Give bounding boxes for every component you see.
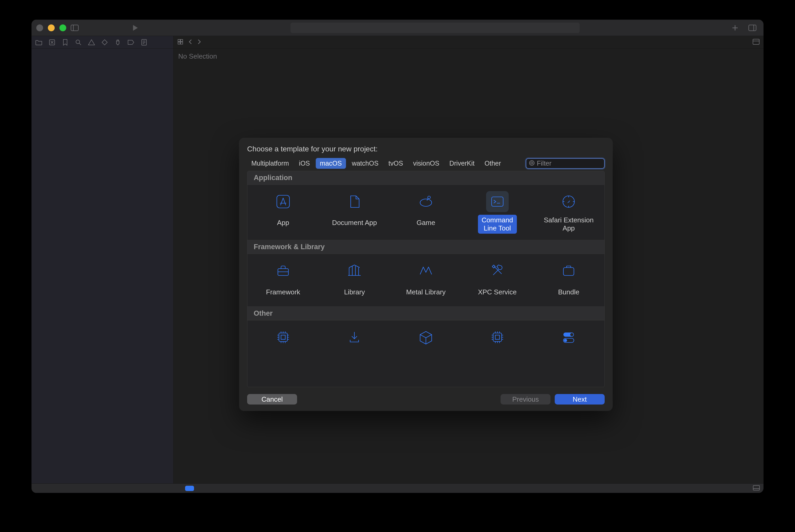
template-tile[interactable]	[319, 323, 391, 369]
section-application-header: Application	[247, 171, 604, 185]
template-list: Application AppDocument AppGameCommand L…	[247, 171, 605, 387]
xcode-window: No Selection Choose a template for your …	[32, 20, 763, 493]
filter-field[interactable]	[526, 158, 605, 169]
compass-icon	[557, 191, 580, 212]
platform-tab-other[interactable]: Other	[480, 158, 505, 169]
terminal-icon	[486, 191, 509, 212]
template-tile-label: Document App	[328, 215, 381, 231]
template-tile[interactable]: Bundle	[533, 256, 604, 303]
template-tile-label	[565, 350, 572, 367]
cube-icon	[415, 327, 437, 348]
previous-button: Previous	[500, 394, 550, 404]
template-tile[interactable]: App	[247, 187, 319, 236]
template-tile-label: App	[273, 215, 293, 231]
template-tile[interactable]	[533, 323, 604, 369]
game-icon	[415, 191, 437, 212]
template-tile-label: Metal Library	[402, 284, 449, 300]
svg-point-25	[529, 160, 534, 165]
template-tile[interactable]	[390, 323, 462, 369]
next-button[interactable]: Next	[555, 394, 605, 404]
template-tile-label	[351, 350, 358, 367]
svg-point-26	[531, 162, 533, 164]
template-tile[interactable]: Framework	[247, 256, 319, 303]
template-tile-label	[494, 350, 501, 367]
template-tile-label: Bundle	[554, 284, 583, 300]
section-other-header: Other	[247, 306, 604, 320]
template-tile[interactable]: Document App	[319, 187, 391, 236]
template-tile-label: Framework	[262, 284, 304, 300]
template-tile-label: Game	[413, 215, 439, 231]
template-tile[interactable]: Metal Library	[390, 256, 462, 303]
template-tile[interactable]: Command Line Tool	[462, 187, 533, 236]
cancel-button[interactable]: Cancel	[247, 394, 297, 404]
dialog-title: Choose a template for your new project:	[247, 145, 605, 153]
template-tile-label: Command Line Tool	[478, 215, 517, 234]
template-tile-label	[422, 350, 430, 367]
filter-icon	[529, 160, 535, 167]
template-tile-label: XPC Service	[474, 284, 520, 300]
template-tile[interactable]: XPC Service	[462, 256, 533, 303]
chip-icon	[272, 327, 295, 348]
platform-tab-ios[interactable]: iOS	[295, 158, 314, 169]
download-icon	[343, 327, 366, 348]
new-project-dialog: Choose a template for your new project: …	[239, 138, 612, 411]
template-tile-label: Safari Extension App	[540, 215, 597, 234]
tools-icon	[486, 260, 509, 281]
chip-icon	[486, 327, 509, 348]
metal-icon	[415, 260, 437, 281]
template-tile[interactable]: Game	[390, 187, 462, 236]
columns-icon	[343, 260, 366, 281]
template-tile[interactable]: Safari Extension App	[533, 187, 604, 236]
template-tile[interactable]: Library	[319, 256, 391, 303]
platform-tab-tvos[interactable]: tvOS	[384, 158, 408, 169]
dialog-backdrop: Choose a template for your new project: …	[32, 20, 763, 493]
platform-tab-visionos[interactable]: visionOS	[409, 158, 443, 169]
template-tile[interactable]	[462, 323, 533, 369]
section-framework-header: Framework & Library	[247, 240, 604, 254]
platform-tab-multiplatform[interactable]: Multiplatform	[247, 158, 293, 169]
toggles-icon	[557, 327, 580, 348]
platform-tab-macos[interactable]: macOS	[316, 158, 346, 169]
dialog-footer: Cancel Previous Next	[247, 394, 605, 404]
filter-input[interactable]	[537, 159, 620, 167]
template-tile[interactable]	[247, 323, 319, 369]
document-icon	[343, 191, 366, 212]
platform-tab-driverkit[interactable]: DriverKit	[445, 158, 479, 169]
toolbox-icon	[272, 260, 295, 281]
template-tile-label: Library	[340, 284, 368, 300]
app-store-icon	[272, 191, 295, 212]
platform-tabs: MultiplatformiOSmacOSwatchOStvOSvisionOS…	[247, 158, 505, 169]
battery-icon	[557, 260, 580, 281]
template-tile-label	[280, 350, 287, 367]
platform-tab-watchos[interactable]: watchOS	[347, 158, 382, 169]
